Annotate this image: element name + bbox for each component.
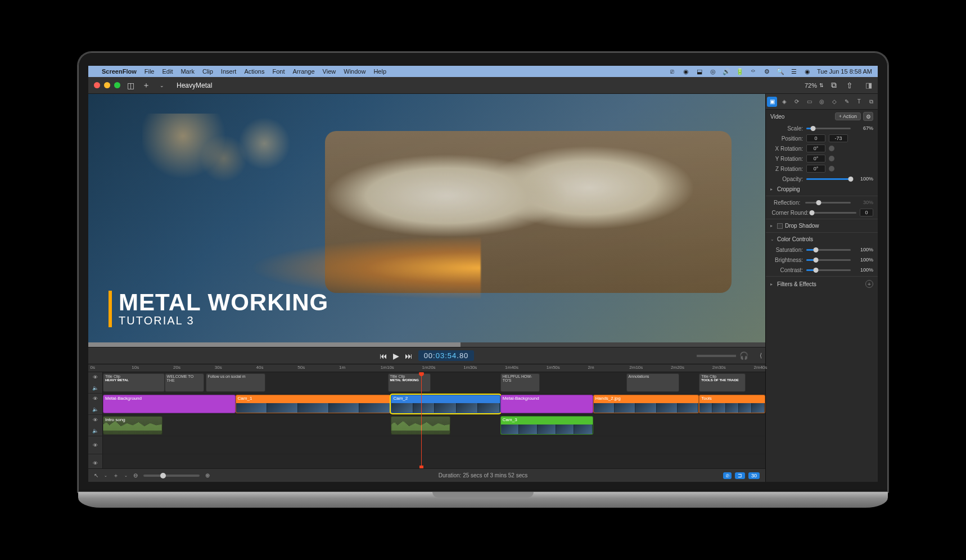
skip-back-button[interactable]: ⏮ [380, 351, 387, 360]
add-action-button[interactable]: + Action [835, 112, 861, 120]
track-visibility-icon[interactable]: 👁 [93, 417, 98, 423]
play-button[interactable]: ▶ [393, 351, 399, 360]
sync-icon[interactable]: ◎ [709, 67, 717, 75]
tab-media-icon[interactable]: ⧉ [866, 97, 877, 107]
reflection-slider[interactable] [805, 202, 851, 204]
playhead[interactable] [421, 372, 422, 468]
close-window-button[interactable] [94, 82, 100, 88]
timeline-ruler[interactable]: 0s10s20s30s40s50s1m1m10s1m20s1m30s1m40s1… [88, 364, 765, 372]
xrotation-dial[interactable] [829, 146, 834, 151]
timeline-clip[interactable]: Metal-Background [103, 395, 236, 413]
corner-input[interactable] [860, 209, 873, 216]
menu-insert[interactable]: Insert [221, 68, 237, 75]
timeline-clip[interactable]: Annotations [626, 373, 679, 392]
zrotation-dial[interactable] [829, 166, 834, 171]
saturation-slider[interactable] [806, 249, 851, 251]
fullscreen-window-button[interactable] [114, 82, 120, 88]
zrotation-input[interactable] [806, 165, 825, 173]
volume-icon[interactable]: 🔊 [723, 67, 730, 75]
menu-actions[interactable]: Actions [244, 68, 264, 75]
preview-canvas[interactable]: METAL WORKING TUTORIAL 3 [88, 94, 765, 342]
track-mute-icon[interactable]: 🔈 [92, 428, 98, 433]
timeline-clip[interactable]: Intro song [103, 416, 162, 435]
tab-annotations-icon[interactable]: ◇ [829, 97, 839, 107]
menu-view[interactable]: View [323, 68, 336, 75]
tab-screen-icon[interactable]: ⟳ [792, 97, 802, 107]
add-media-button[interactable]: ＋ [141, 80, 152, 91]
tab-audio-icon[interactable]: ◈ [779, 97, 789, 107]
tab-pen-icon[interactable]: ✎ [842, 97, 852, 107]
notification-icon[interactable]: ☰ [790, 67, 798, 75]
menu-clip[interactable]: Clip [202, 68, 213, 75]
zoom-out-icon[interactable]: ⊖ [133, 472, 138, 478]
filters-section[interactable]: ▸Filters & Effects + [766, 278, 878, 290]
pointer-dropdown-icon[interactable]: ⌄ [104, 473, 107, 478]
timeline-clip[interactable]: Title ClipHEAVY METAL [103, 373, 165, 392]
battery-icon[interactable]: 🔋 [736, 67, 744, 75]
corner-slider[interactable] [812, 212, 856, 214]
timeline-clip[interactable]: Follow us on social m [206, 373, 265, 392]
menu-arrange[interactable]: Arrange [292, 68, 314, 75]
spotlight-icon[interactable]: 🔍 [777, 67, 784, 75]
dropbox-icon[interactable]: ⬓ [696, 67, 703, 75]
facetime-icon[interactable]: ⎚ [669, 67, 676, 75]
contrast-slider[interactable] [806, 269, 851, 271]
headphones-icon[interactable]: 🎧 [739, 351, 748, 360]
inspector-toggle-icon[interactable]: ◨ [865, 81, 872, 89]
timeline-clip[interactable]: Tools [699, 395, 765, 413]
menu-font[interactable]: Font [272, 68, 285, 75]
pointer-tool-icon[interactable]: ↖ [94, 472, 98, 478]
menu-help[interactable]: Help [373, 68, 386, 75]
colorcontrols-section[interactable]: ⌄Color Controls [766, 234, 878, 245]
yrotation-dial[interactable] [829, 156, 834, 161]
dropshadow-checkbox[interactable] [777, 223, 783, 229]
track-mute-icon[interactable]: 🔈 [92, 385, 98, 391]
menu-file[interactable]: File [145, 68, 155, 75]
opacity-slider[interactable] [806, 178, 851, 180]
tab-video-icon[interactable]: ▣ [767, 97, 777, 107]
share-button[interactable]: ⇧ [844, 81, 855, 90]
menu-mark[interactable]: Mark [180, 68, 194, 75]
timeline-clip[interactable]: Hands_2.jpg [593, 395, 699, 413]
timeline-clip[interactable]: Cam_1 [236, 395, 391, 413]
track-visibility-icon[interactable]: 👁 [93, 374, 98, 380]
canvas-scrubber[interactable] [88, 342, 765, 347]
add-track-dropdown-icon[interactable]: ⌄ [124, 473, 128, 478]
menu-edit[interactable]: Edit [162, 68, 173, 75]
xrotation-input[interactable] [806, 144, 825, 152]
volume-slider[interactable] [697, 355, 736, 357]
position-y-input[interactable] [829, 134, 848, 142]
siri-icon[interactable]: ◉ [804, 67, 811, 75]
cropping-section[interactable]: ▸Cropping [766, 184, 878, 195]
control-center-icon[interactable]: ⚙ [763, 67, 771, 75]
zoom-in-icon[interactable]: ⊕ [205, 472, 210, 478]
add-dropdown-icon[interactable]: ⌄ [156, 83, 168, 88]
track-visibility-icon[interactable]: 👁 [93, 460, 98, 466]
timeline-clip[interactable]: Cam_3 [500, 416, 593, 435]
brightness-slider[interactable] [806, 259, 851, 261]
timeline-clip[interactable]: WELCOME TO THE [165, 373, 205, 392]
snap-icon[interactable]: ⊐ [735, 472, 745, 479]
inspector-settings-icon[interactable]: ⚙ [863, 112, 873, 121]
timeline-clip[interactable]: Cam_2 [391, 395, 500, 413]
timeline-zoom-slider[interactable] [143, 475, 200, 477]
tab-callout-icon[interactable]: ▭ [804, 97, 814, 107]
crop-canvas-button[interactable]: ⧉ [828, 80, 839, 90]
timeline-clip[interactable]: Title ClipTOOLS OF THE TRADE [699, 373, 745, 392]
add-track-button[interactable]: ＋ [113, 472, 119, 480]
position-x-input[interactable] [806, 134, 825, 142]
zoom-stepper-icon[interactable]: ⇅ [819, 83, 824, 88]
tab-touch-icon[interactable]: ◎ [816, 97, 827, 107]
menubar-clock[interactable]: Tue Jun 15 8:58 AM [817, 68, 872, 75]
canvas-zoom-value[interactable]: 72% [805, 82, 817, 89]
fps-badge[interactable]: 30 [748, 472, 760, 479]
track-mute-icon[interactable]: 🔈 [92, 407, 98, 412]
timecode-display[interactable]: 00:03:54.80 [418, 350, 475, 361]
yrotation-input[interactable] [806, 155, 825, 162]
track-visibility-icon[interactable]: 👁 [93, 442, 98, 448]
wifi-icon[interactable]: ⌔ [750, 67, 757, 75]
dropshadow-section[interactable]: ▸ Drop Shadow [766, 220, 878, 231]
track-visibility-icon[interactable]: 👁 [93, 396, 98, 401]
add-filter-button[interactable]: + [865, 280, 873, 288]
timeline-clip[interactable]: Metal-Background [500, 395, 593, 413]
